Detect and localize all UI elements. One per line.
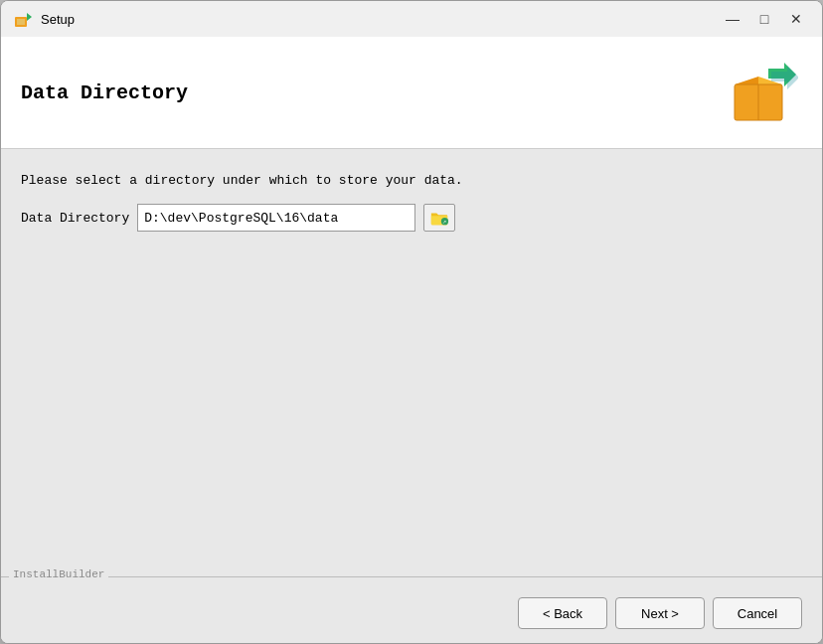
header-section: Data Directory	[1, 37, 822, 149]
data-directory-row: Data Directory ↗	[21, 204, 802, 232]
footer: InstallBuilder < Back Next > Cancel	[1, 576, 822, 643]
browse-button[interactable]: ↗	[423, 204, 455, 232]
svg-marker-4	[735, 77, 758, 84]
folder-icon: ↗	[429, 208, 449, 228]
app-icon	[13, 9, 33, 29]
maximize-button[interactable]: □	[750, 7, 778, 31]
title-bar: Setup — □ ✕	[1, 1, 822, 37]
next-button[interactable]: Next >	[615, 597, 705, 629]
svg-marker-2	[27, 13, 32, 21]
svg-rect-1	[17, 19, 25, 25]
install-builder-label: InstallBuilder	[9, 568, 108, 580]
cancel-button[interactable]: Cancel	[713, 597, 802, 629]
svg-text:↗: ↗	[443, 220, 447, 225]
window-controls: — □ ✕	[719, 7, 810, 31]
footer-content: < Back Next > Cancel	[1, 576, 822, 643]
window-title: Setup	[41, 12, 719, 27]
footer-buttons: < Back Next > Cancel	[21, 597, 802, 629]
minimize-button[interactable]: —	[719, 7, 746, 31]
field-label: Data Directory	[21, 211, 129, 226]
data-directory-input[interactable]	[137, 204, 415, 232]
setup-window: Setup — □ ✕ Data Directory Plea	[0, 0, 823, 644]
close-button[interactable]: ✕	[782, 7, 810, 31]
description-text: Please select a directory under which to…	[21, 173, 802, 188]
content-area: Please select a directory under which to…	[1, 149, 822, 576]
back-button[interactable]: < Back	[518, 597, 607, 629]
page-title: Data Directory	[21, 81, 188, 104]
package-icon	[727, 57, 798, 128]
